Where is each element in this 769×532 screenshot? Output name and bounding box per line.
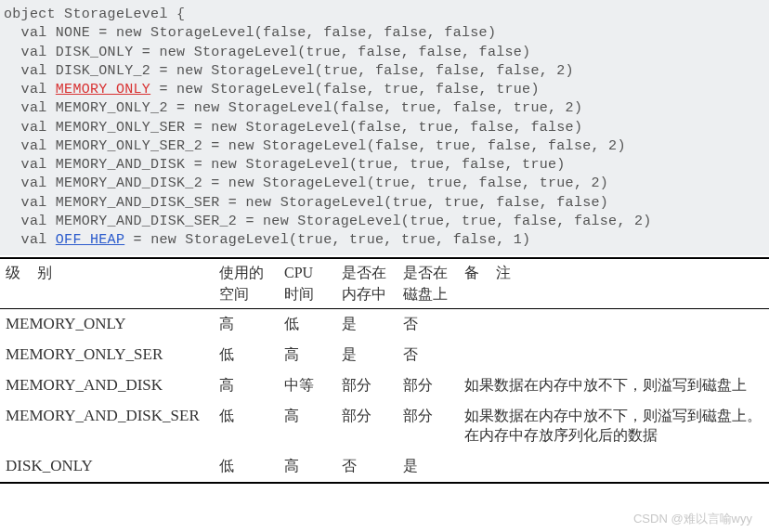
cell-level: MEMORY_ONLY bbox=[0, 309, 214, 341]
code-line: val MEMORY_ONLY_SER_2 = new StorageLevel… bbox=[4, 137, 765, 156]
code-line: val DISK_ONLY_2 = new StorageLevel(true,… bbox=[4, 62, 765, 81]
table-row: MEMORY_AND_DISK_SER低高部分部分如果数据在内存中放不下，则溢写… bbox=[0, 401, 769, 451]
code-line: val OFF_HEAP = new StorageLevel(true, tr… bbox=[4, 231, 765, 250]
header-note: 备注 bbox=[459, 258, 769, 308]
header-memory: 是否在内存中 bbox=[336, 258, 398, 308]
cell-space: 低 bbox=[214, 340, 279, 370]
code-line: val MEMORY_AND_DISK_SER_2 = new StorageL… bbox=[4, 213, 765, 231]
cell-memory: 否 bbox=[336, 451, 398, 483]
cell-space: 低 bbox=[214, 401, 279, 451]
cell-space: 高 bbox=[214, 309, 279, 341]
code-line: val MEMORY_AND_DISK_SER = new StorageLev… bbox=[4, 194, 765, 213]
header-cpu: CPU时间 bbox=[279, 258, 336, 308]
cell-disk: 是 bbox=[398, 451, 459, 483]
cell-disk: 部分 bbox=[398, 370, 459, 401]
highlighted-identifier: MEMORY_ONLY bbox=[56, 82, 150, 97]
cell-note bbox=[459, 309, 769, 341]
cell-level: DISK_ONLY bbox=[0, 451, 214, 483]
code-line: val MEMORY_ONLY_2 = new StorageLevel(fal… bbox=[4, 99, 765, 118]
cell-note: 如果数据在内存中放不下，则溢写到磁盘上。在内存中存放序列化后的数据 bbox=[459, 401, 769, 451]
cell-disk: 部分 bbox=[398, 401, 459, 451]
cell-level: MEMORY_AND_DISK_SER bbox=[0, 401, 214, 451]
cell-memory: 是 bbox=[336, 309, 398, 341]
header-space: 使用的空间 bbox=[214, 258, 279, 308]
code-line: val MEMORY_ONLY = new StorageLevel(false… bbox=[4, 81, 765, 99]
cell-disk: 否 bbox=[398, 340, 459, 370]
highlighted-identifier: OFF_HEAP bbox=[56, 232, 124, 248]
cell-memory: 部分 bbox=[336, 370, 398, 401]
cell-cpu: 中等 bbox=[279, 370, 336, 401]
cell-memory: 部分 bbox=[336, 401, 398, 451]
cell-cpu: 高 bbox=[279, 340, 336, 370]
code-line: val NONE = new StorageLevel(false, false… bbox=[4, 24, 765, 43]
table-row: MEMORY_ONLY_SER低高是否 bbox=[0, 340, 769, 370]
cell-note bbox=[459, 340, 769, 370]
cell-disk: 否 bbox=[398, 309, 459, 341]
code-line: object StorageLevel { bbox=[4, 6, 765, 24]
table-row: DISK_ONLY低高否是 bbox=[0, 451, 769, 483]
cell-space: 低 bbox=[214, 451, 279, 483]
code-line: val DISK_ONLY = new StorageLevel(true, f… bbox=[4, 44, 765, 62]
cell-cpu: 低 bbox=[279, 309, 336, 341]
cell-note bbox=[459, 451, 769, 483]
header-disk: 是否在磁盘上 bbox=[398, 258, 459, 308]
code-line: val MEMORY_ONLY_SER = new StorageLevel(f… bbox=[4, 119, 765, 137]
cell-cpu: 高 bbox=[279, 451, 336, 483]
cell-memory: 是 bbox=[336, 340, 398, 370]
table-row: MEMORY_AND_DISK高中等部分部分如果数据在内存中放不下，则溢写到磁盘… bbox=[0, 370, 769, 401]
code-line: val MEMORY_AND_DISK = new StorageLevel(t… bbox=[4, 156, 765, 175]
cell-note: 如果数据在内存中放不下，则溢写到磁盘上 bbox=[459, 370, 769, 401]
code-line: val MEMORY_AND_DISK_2 = new StorageLevel… bbox=[4, 175, 765, 193]
table-row: MEMORY_ONLY高低是否 bbox=[0, 309, 769, 341]
cell-space: 高 bbox=[214, 370, 279, 401]
cell-level: MEMORY_AND_DISK bbox=[0, 370, 214, 401]
header-level: 级别 bbox=[0, 258, 214, 308]
cell-cpu: 高 bbox=[279, 401, 336, 451]
storage-level-table: 级别 使用的空间 CPU时间 是否在内存中 是否在磁盘上 备注 MEMORY_O… bbox=[0, 257, 769, 484]
cell-level: MEMORY_ONLY_SER bbox=[0, 340, 214, 370]
table-header-row: 级别 使用的空间 CPU时间 是否在内存中 是否在磁盘上 备注 bbox=[0, 258, 769, 308]
code-block: object StorageLevel { val NONE = new Sto… bbox=[0, 0, 769, 255]
